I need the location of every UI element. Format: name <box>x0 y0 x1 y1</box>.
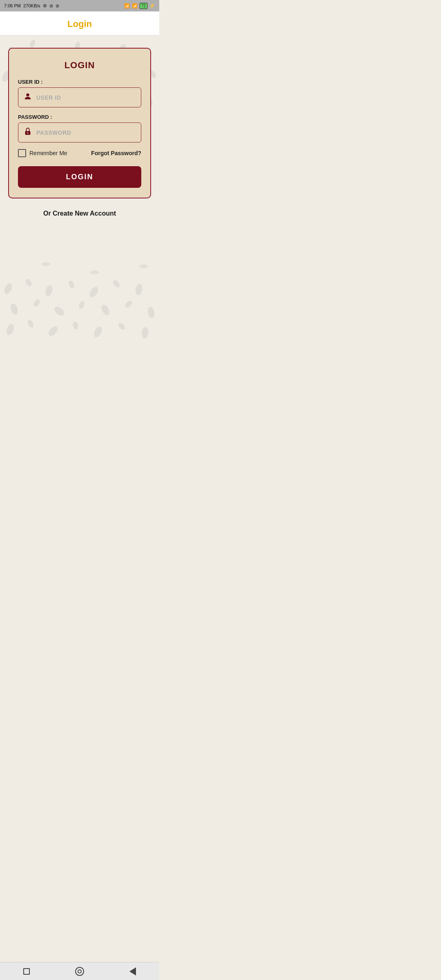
svg-point-45 <box>27 132 29 134</box>
svg-point-39 <box>72 321 79 330</box>
remember-left: Remember Me <box>18 149 67 157</box>
userid-label: USER ID : <box>18 79 141 85</box>
wifi-icon: 📶 <box>124 3 130 9</box>
status-time: 7:06 PM <box>4 3 21 8</box>
svg-point-34 <box>124 300 134 309</box>
create-account-text[interactable]: Or Create New Account <box>43 210 116 217</box>
svg-point-36 <box>5 323 16 336</box>
svg-point-33 <box>100 303 111 316</box>
svg-point-26 <box>88 285 100 298</box>
svg-point-41 <box>117 322 127 331</box>
content-wrapper: LOGIN USER ID : PASSWORD : <box>0 36 159 217</box>
login-card: LOGIN USER ID : PASSWORD : <box>8 48 151 198</box>
svg-point-29 <box>10 303 19 315</box>
create-account-section: Or Create New Account <box>0 210 159 217</box>
status-speed: 270KB/s <box>23 3 40 8</box>
svg-point-28 <box>135 283 143 296</box>
signal-icon: 📶 <box>132 3 138 9</box>
svg-point-27 <box>112 279 121 288</box>
svg-point-42 <box>141 327 149 339</box>
svg-point-40 <box>93 325 103 339</box>
status-bar: 7:06 PM 270KB/s ⚙ ⊘ ⊘ 📶 📶 72 ⚡ <box>0 0 159 11</box>
remember-checkbox[interactable] <box>18 149 26 157</box>
remember-label: Remember Me <box>29 150 67 156</box>
battery-indicator: 72 <box>140 3 147 9</box>
lock-icon <box>23 127 32 138</box>
app-header: Login <box>0 11 159 36</box>
block-icon-2: ⊘ <box>56 3 59 9</box>
svg-point-23 <box>24 278 33 287</box>
userid-input[interactable] <box>36 94 136 101</box>
svg-point-32 <box>78 301 85 310</box>
userid-input-wrapper <box>18 87 141 107</box>
svg-point-35 <box>147 306 156 318</box>
svg-point-22 <box>3 282 13 295</box>
svg-point-25 <box>68 280 75 290</box>
page-title: Login <box>67 19 92 29</box>
svg-point-43 <box>26 94 29 96</box>
svg-point-30 <box>32 298 41 307</box>
svg-point-24 <box>45 284 54 297</box>
status-left: 7:06 PM 270KB/s ⚙ ⊘ ⊘ <box>4 3 59 9</box>
user-icon <box>23 92 32 103</box>
svg-point-31 <box>53 305 66 317</box>
settings-icon: ⚙ <box>43 3 47 9</box>
status-right: 📶 📶 72 ⚡ <box>124 3 155 9</box>
password-input-wrapper <box>18 122 141 143</box>
password-input[interactable] <box>36 129 136 136</box>
forgot-password-link[interactable]: Forgot Password? <box>91 150 141 156</box>
login-card-title: LOGIN <box>18 60 141 71</box>
main-content: LOGIN USER ID : PASSWORD : <box>0 36 159 345</box>
svg-point-37 <box>27 319 35 328</box>
login-button[interactable]: LOGIN <box>18 166 141 188</box>
remember-row: Remember Me Forgot Password? <box>18 149 141 157</box>
block-icon: ⊘ <box>49 3 53 9</box>
password-label: PASSWORD : <box>18 114 141 120</box>
lightning-icon: ⚡ <box>149 3 155 9</box>
svg-point-38 <box>47 325 59 338</box>
